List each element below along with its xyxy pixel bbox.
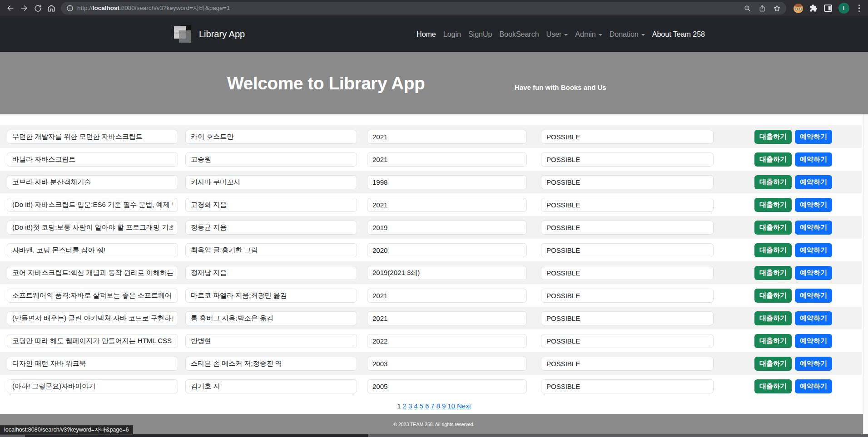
reserve-button[interactable]: 예약하기: [795, 357, 832, 371]
borrow-button[interactable]: 대출하기: [754, 175, 792, 189]
bookmark-star-icon[interactable]: [773, 5, 781, 12]
reserve-button[interactable]: 예약하기: [795, 221, 832, 235]
book-year-field[interactable]: [367, 334, 527, 348]
book-year-field[interactable]: [367, 379, 527, 393]
book-year-field[interactable]: [367, 152, 527, 167]
book-author-field[interactable]: [185, 311, 357, 325]
book-author-field[interactable]: [185, 334, 357, 348]
book-status-field[interactable]: [541, 357, 714, 371]
brand[interactable]: TEAM 258 Library App: [174, 25, 245, 44]
book-title-field[interactable]: [7, 198, 178, 212]
pagination-page-link[interactable]: 5: [420, 402, 423, 410]
browser-menu-icon[interactable]: [856, 5, 863, 12]
extensions-puzzle-icon[interactable]: [809, 4, 818, 12]
book-status-field[interactable]: [541, 266, 714, 280]
book-author-field[interactable]: [185, 130, 357, 144]
book-status-field[interactable]: [541, 198, 714, 212]
book-author-field[interactable]: [185, 175, 357, 189]
nav-link-donation[interactable]: Donation: [606, 27, 649, 42]
address-bar[interactable]: http://localhost:8080/search/v3?keyword=…: [61, 2, 786, 15]
book-author-field[interactable]: [185, 266, 357, 280]
book-status-field[interactable]: [541, 289, 714, 303]
book-year-field[interactable]: [367, 289, 527, 303]
book-year-field[interactable]: [367, 357, 527, 371]
url-text[interactable]: http://localhost:8080/search/v3?keyword=…: [77, 4, 739, 12]
borrow-button[interactable]: 대출하기: [754, 130, 792, 144]
book-title-field[interactable]: [7, 221, 178, 235]
book-status-field[interactable]: [541, 175, 714, 189]
book-title-field[interactable]: [7, 334, 178, 348]
reserve-button[interactable]: 예약하기: [795, 243, 832, 257]
book-author-field[interactable]: [185, 221, 357, 235]
back-icon[interactable]: [4, 1, 17, 15]
user-avatar[interactable]: [794, 4, 803, 13]
side-panel-icon[interactable]: [824, 5, 832, 12]
reserve-button[interactable]: 예약하기: [795, 334, 832, 348]
borrow-button[interactable]: 대출하기: [754, 221, 792, 235]
book-year-field[interactable]: [367, 130, 527, 144]
book-status-field[interactable]: [541, 221, 714, 235]
book-status-field[interactable]: [541, 243, 714, 257]
book-author-field[interactable]: [185, 243, 357, 257]
nav-link-home[interactable]: Home: [413, 27, 440, 42]
book-author-field[interactable]: [185, 198, 357, 212]
reserve-button[interactable]: 예약하기: [795, 152, 832, 167]
nav-link-about-team-258[interactable]: About Team 258: [649, 27, 709, 42]
book-status-field[interactable]: [541, 379, 714, 393]
borrow-button[interactable]: 대출하기: [754, 266, 792, 280]
book-title-field[interactable]: [7, 152, 178, 167]
book-year-field[interactable]: [367, 243, 527, 257]
book-title-field[interactable]: [7, 266, 178, 280]
book-author-field[interactable]: [185, 357, 357, 371]
book-title-field[interactable]: [7, 357, 178, 371]
reserve-button[interactable]: 예약하기: [795, 289, 832, 303]
book-title-field[interactable]: [7, 311, 178, 325]
browser-profile-badge[interactable]: I: [838, 3, 849, 14]
reserve-button[interactable]: 예약하기: [795, 311, 832, 325]
book-status-field[interactable]: [541, 334, 714, 348]
borrow-button[interactable]: 대출하기: [754, 357, 792, 371]
book-title-field[interactable]: [7, 379, 178, 393]
book-year-field[interactable]: [367, 221, 527, 235]
book-status-field[interactable]: [541, 311, 714, 325]
zoom-out-icon[interactable]: [744, 5, 751, 12]
forward-icon[interactable]: [17, 1, 31, 15]
nav-link-booksearch[interactable]: BookSearch: [496, 27, 542, 42]
reserve-button[interactable]: 예약하기: [795, 175, 832, 189]
reserve-button[interactable]: 예약하기: [795, 130, 832, 144]
nav-link-admin[interactable]: Admin: [571, 27, 605, 42]
site-info-icon[interactable]: [66, 5, 74, 12]
pagination-page-link[interactable]: 8: [436, 402, 440, 410]
pagination-page-link[interactable]: 7: [431, 402, 434, 410]
reserve-button[interactable]: 예약하기: [795, 198, 832, 212]
borrow-button[interactable]: 대출하기: [754, 243, 792, 257]
reload-icon[interactable]: [31, 1, 45, 15]
book-year-field[interactable]: [367, 266, 527, 280]
book-year-field[interactable]: [367, 198, 527, 212]
vertical-scrollbar[interactable]: [863, 114, 868, 434]
borrow-button[interactable]: 대출하기: [754, 152, 792, 167]
nav-link-user[interactable]: User: [543, 27, 572, 42]
nav-link-login[interactable]: Login: [440, 27, 465, 42]
pagination-page-link[interactable]: 10: [447, 402, 455, 410]
borrow-button[interactable]: 대출하기: [754, 311, 792, 325]
book-author-field[interactable]: [185, 289, 357, 303]
borrow-button[interactable]: 대출하기: [754, 379, 792, 393]
book-status-field[interactable]: [541, 130, 714, 144]
book-year-field[interactable]: [367, 311, 527, 325]
book-author-field[interactable]: [185, 152, 357, 167]
book-title-field[interactable]: [7, 175, 178, 189]
book-title-field[interactable]: [7, 243, 178, 257]
share-icon[interactable]: [759, 5, 766, 12]
borrow-button[interactable]: 대출하기: [754, 198, 792, 212]
nav-link-signup[interactable]: SignUp: [465, 27, 496, 42]
reserve-button[interactable]: 예약하기: [795, 379, 832, 393]
book-author-field[interactable]: [185, 379, 357, 393]
book-status-field[interactable]: [541, 152, 714, 167]
pagination-page-link[interactable]: 2: [403, 402, 407, 410]
borrow-button[interactable]: 대출하기: [754, 289, 792, 303]
pagination-page-link[interactable]: 4: [414, 402, 417, 410]
home-icon[interactable]: [45, 1, 58, 15]
book-title-field[interactable]: [7, 130, 178, 144]
book-year-field[interactable]: [367, 175, 527, 189]
